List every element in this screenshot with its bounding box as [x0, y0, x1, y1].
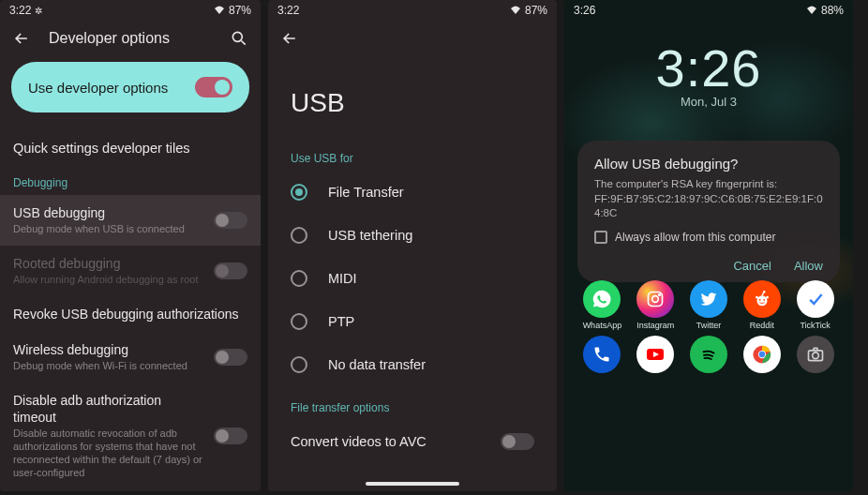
usb-mode-file-transfer[interactable]: File Transfer — [268, 171, 557, 214]
file-transfer-options-label: File transfer options — [268, 386, 557, 420]
svg-point-8 — [756, 295, 758, 298]
wireless-debugging-switch[interactable] — [214, 349, 247, 366]
instagram-icon — [636, 280, 674, 318]
cancel-button[interactable]: Cancel — [733, 259, 771, 273]
status-battery: 87% — [229, 4, 251, 17]
status-battery: 87% — [525, 4, 547, 17]
svg-point-6 — [763, 299, 765, 301]
phone-icon — [583, 336, 621, 373]
app-instagram[interactable]: Instagram — [631, 280, 680, 330]
usb-mode-ptp[interactable]: PTP — [268, 300, 557, 343]
svg-point-7 — [766, 295, 769, 298]
disable-adb-timeout-subtitle: Disable automatic revocation of adb auth… — [13, 428, 204, 479]
wireless-debugging-title: Wireless debugging — [13, 341, 204, 358]
twitter-icon — [690, 280, 727, 318]
dialog-fingerprint: FF:9F:B7:95:C2:18:97:9C:C6:0B:75:E2:E9:1… — [594, 192, 823, 221]
app-label: TickTick — [800, 321, 830, 330]
svg-point-9 — [763, 291, 765, 292]
rooted-debugging-switch — [214, 262, 247, 279]
app-camera[interactable] — [791, 336, 840, 376]
app-phone[interactable] — [577, 336, 626, 376]
svg-point-4 — [756, 295, 767, 306]
usb-debugging-row[interactable]: USB debugging Debug mode when USB is con… — [0, 195, 261, 246]
usb-mode-no-data[interactable]: No data transfer — [268, 343, 557, 386]
usb-mode-tethering[interactable]: USB tethering — [268, 214, 557, 257]
status-battery: 88% — [821, 4, 844, 17]
page-title: USB — [268, 62, 557, 137]
radio-tethering[interactable] — [291, 227, 307, 244]
file-transfer-label: File Transfer — [328, 185, 404, 200]
lock-screen-usb-dialog: 3:26 88% 3:26 Mon, Jul 3 Allow USB debug… — [564, 0, 853, 491]
revoke-authorizations-row[interactable]: Revoke USB debugging authorizations — [0, 296, 261, 332]
ptp-label: PTP — [328, 314, 354, 329]
tethering-label: USB tethering — [328, 228, 412, 243]
convert-videos-avc-switch[interactable] — [501, 433, 534, 450]
allow-button[interactable]: Allow — [794, 259, 823, 273]
svg-point-0 — [232, 32, 242, 41]
svg-point-13 — [759, 351, 765, 356]
convert-videos-avc-label: Convert videos to AVC — [291, 434, 427, 449]
usb-debugging-title: USB debugging — [13, 204, 204, 221]
wifi-icon — [806, 5, 817, 16]
app-ticktick[interactable]: TickTick — [791, 280, 840, 330]
status-bar: 3:26 88% — [564, 0, 853, 19]
always-allow-label: Always allow from this computer — [615, 231, 775, 244]
wifi-icon — [510, 5, 521, 16]
app-chrome[interactable] — [738, 336, 786, 376]
sun-icon: ✲ — [35, 6, 42, 16]
status-time: 3:22 — [9, 4, 31, 17]
radio-no-data[interactable] — [291, 356, 307, 373]
app-spotify[interactable] — [684, 336, 733, 376]
convert-videos-avc-row[interactable]: Convert videos to AVC — [268, 420, 557, 463]
midi-label: MIDI — [328, 271, 357, 286]
usb-preferences-screen: 3:22 87% USB Use USB for File Transfer U… — [268, 0, 557, 491]
youtube-icon — [636, 336, 674, 373]
radio-file-transfer[interactable] — [291, 184, 307, 201]
spotify-icon — [690, 336, 727, 373]
app-label: WhatsApp — [583, 321, 622, 330]
back-button[interactable] — [279, 28, 300, 49]
usb-debugging-switch[interactable] — [214, 212, 247, 229]
svg-point-5 — [759, 299, 761, 301]
no-data-label: No data transfer — [328, 357, 426, 372]
reddit-icon — [743, 280, 781, 318]
app-youtube[interactable] — [631, 336, 680, 376]
radio-midi[interactable] — [291, 270, 307, 287]
app-label: Twitter — [696, 321, 722, 330]
wireless-debugging-row[interactable]: Wireless debugging Debug mode when Wi-Fi… — [0, 332, 261, 382]
quick-settings-tiles-label: Quick settings developer tiles — [13, 141, 190, 156]
dialog-body-line1: The computer's RSA key fingerprint is: — [594, 177, 823, 192]
app-reddit[interactable]: Reddit — [738, 280, 786, 330]
usb-debugging-subtitle: Debug mode when USB is connected — [13, 223, 204, 236]
wireless-debugging-subtitle: Debug mode when Wi-Fi is connected — [13, 360, 204, 373]
developer-options-screen: 3:22 ✲ 87% Developer options Use develop… — [0, 0, 261, 491]
wifi-icon — [214, 5, 225, 16]
back-button[interactable] — [11, 28, 32, 49]
whatsapp-icon — [583, 280, 621, 318]
dialog-title: Allow USB debugging? — [594, 156, 823, 172]
usb-mode-midi[interactable]: MIDI — [268, 257, 557, 300]
always-allow-checkbox[interactable] — [594, 231, 607, 244]
search-button[interactable] — [229, 28, 249, 49]
disable-adb-timeout-row[interactable]: Disable adb authorization timeout Disabl… — [0, 382, 261, 488]
rooted-debugging-subtitle: Allow running Android debugging as root — [13, 274, 204, 287]
use-developer-options-toggle[interactable] — [195, 77, 232, 98]
always-allow-row[interactable]: Always allow from this computer — [594, 231, 823, 244]
header-bar: Developer options — [0, 19, 261, 62]
app-label: Instagram — [636, 321, 674, 330]
disable-adb-timeout-switch[interactable] — [214, 428, 247, 444]
home-handle[interactable] — [366, 482, 459, 486]
app-twitter[interactable]: Twitter — [684, 280, 733, 330]
radio-ptp[interactable] — [291, 313, 307, 330]
disable-adb-timeout-title: Disable adb authorization timeout — [13, 392, 204, 426]
app-label: Reddit — [750, 321, 774, 330]
header-bar — [268, 19, 557, 62]
svg-point-15 — [812, 352, 818, 358]
use-developer-options-card[interactable]: Use developer options — [11, 62, 249, 112]
rooted-debugging-title: Rooted debugging — [13, 255, 204, 272]
app-whatsapp[interactable]: WhatsApp — [577, 280, 626, 330]
svg-point-2 — [652, 295, 659, 302]
ticktick-icon — [797, 280, 834, 318]
quick-settings-tiles-row[interactable]: Quick settings developer tiles — [0, 129, 261, 167]
debugging-section-label: Debugging — [0, 167, 261, 195]
